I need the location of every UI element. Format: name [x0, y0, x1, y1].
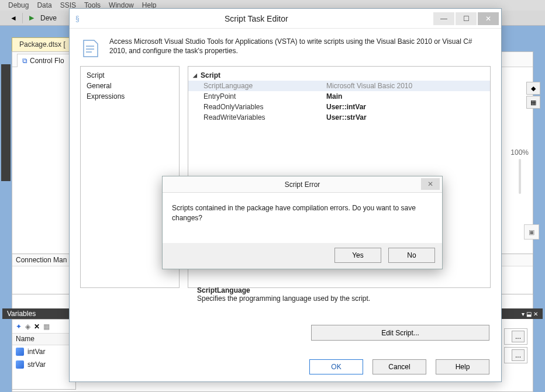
nav-item-general[interactable]: General — [87, 81, 173, 91]
fit-to-window-button[interactable]: ▣ — [524, 224, 539, 240]
error-close-button[interactable]: ✕ — [421, 178, 440, 190]
variables-title: Variables — [7, 310, 36, 318]
control-flow-tab[interactable]: ⧉ Control Flo — [17, 54, 70, 67]
error-title: Script Error — [285, 181, 320, 189]
error-titlebar[interactable]: Script Error ✕ — [163, 176, 442, 193]
add-variable-icon[interactable]: ✦ — [16, 322, 22, 331]
ellipsis-button[interactable]: ... — [512, 331, 525, 342]
variables-grid: ✦ ◈ ✕ ▦ Name intVar strVar — [12, 319, 76, 390]
variable-name: intVar — [27, 348, 45, 356]
delete-variable-icon[interactable]: ✕ — [34, 322, 40, 331]
error-button-row: Yes No — [163, 243, 442, 268]
minimize-button[interactable]: — — [433, 12, 454, 25]
pin-icon[interactable]: ▾ ⬓ ✕ — [522, 311, 538, 317]
document-tab-package[interactable]: Package.dtsx [ — [12, 37, 73, 53]
nav-item-script[interactable]: Script — [87, 70, 173, 81]
yes-button[interactable]: Yes — [334, 248, 381, 263]
toolbar-separator — [22, 13, 23, 23]
collapsed-side-tab[interactable] — [1, 64, 11, 181]
grid-options-icon[interactable]: ▦ — [43, 322, 50, 331]
variables-column-name[interactable]: Name — [12, 334, 75, 345]
variable-name: strVar — [27, 360, 46, 369]
cancel-button[interactable]: Cancel — [372, 359, 426, 374]
help-button[interactable]: Help — [436, 359, 489, 374]
prop-val[interactable]: Microsoft Visual Basic 2010 — [326, 82, 412, 90]
maximize-button[interactable]: ☐ — [456, 12, 477, 25]
script-icon — [80, 37, 101, 60]
menu-data[interactable]: Data — [37, 0, 51, 11]
property-ellipsis-row: ... — [504, 328, 527, 345]
script-error-dialog: Script Error ✕ Scripts contained in the … — [162, 176, 443, 269]
prop-val[interactable]: User::intVar — [326, 103, 366, 111]
editor-titlebar[interactable]: § Script Task Editor — ☐ ✕ — [70, 9, 501, 29]
property-ellipsis-row: ... — [504, 347, 527, 363]
zoom-track[interactable] — [519, 159, 521, 194]
variable-row[interactable]: intVar — [12, 345, 75, 358]
edit-script-button[interactable]: Edit Script... — [311, 325, 489, 341]
prop-val[interactable]: Main — [326, 92, 342, 100]
prop-key: EntryPoint — [203, 92, 326, 100]
property-section-header[interactable]: ◢ Script — [188, 70, 490, 81]
property-description-text: Specifies the programming language used … — [197, 294, 484, 303]
expand-icon[interactable]: ◢ — [193, 72, 197, 78]
close-button[interactable]: ✕ — [478, 12, 499, 25]
control-flow-icon: ⧉ — [22, 57, 27, 65]
start-debug-button[interactable]: ▶ — [26, 13, 37, 23]
prop-key: ReadWriteVariables — [203, 113, 326, 122]
editor-title: Script Task Editor — [80, 14, 433, 23]
zoom-slider[interactable]: 100% — [510, 148, 529, 196]
property-description-title: ScriptLanguage — [197, 286, 484, 294]
editor-button-row: OK Cancel Help — [70, 359, 501, 374]
property-row-readwritevariables[interactable]: ReadWriteVariables User::strVar — [188, 112, 490, 123]
ok-button[interactable]: OK — [309, 359, 363, 374]
editor-description: Access Microsoft Visual Studio Tools for… — [109, 37, 491, 60]
zoom-label: 100% — [510, 148, 529, 157]
menu-debug[interactable]: Debug — [8, 0, 29, 11]
toolbox-grid-button[interactable]: ▦ — [526, 96, 540, 109]
variable-icon — [16, 348, 24, 356]
control-flow-label: Control Flo — [30, 57, 64, 65]
property-row-entrypoint[interactable]: EntryPoint Main — [188, 91, 490, 102]
toolbox-eraser-button[interactable]: ◆ — [526, 82, 540, 95]
editor-description-row: Access Microsoft Visual Studio Tools for… — [70, 29, 501, 66]
error-message: Scripts contained in the package have co… — [163, 193, 442, 243]
back-button[interactable]: ◄ — [8, 13, 19, 23]
variable-row[interactable]: strVar — [12, 358, 75, 371]
script-task-icon: § — [75, 15, 80, 23]
variables-toolbar: ✦ ◈ ✕ ▦ — [12, 320, 75, 334]
prop-key: ScriptLanguage — [203, 82, 326, 90]
property-row-scriptlanguage[interactable]: ScriptLanguage Microsoft Visual Basic 20… — [188, 81, 490, 91]
move-variable-icon[interactable]: ◈ — [25, 322, 30, 331]
variable-icon — [16, 360, 24, 369]
section-label: Script — [201, 71, 220, 79]
property-row-readonlyvariables[interactable]: ReadOnlyVariables User::intVar — [188, 102, 490, 112]
build-config-text[interactable]: Deve — [40, 14, 57, 22]
right-toolbox: ◆ ▦ — [526, 82, 543, 109]
ellipsis-button[interactable]: ... — [512, 349, 525, 361]
nav-item-expressions[interactable]: Expressions — [87, 91, 173, 102]
no-button[interactable]: No — [388, 248, 435, 263]
property-description-pane: ScriptLanguage Specifies the programming… — [192, 283, 489, 318]
prop-key: ReadOnlyVariables — [203, 103, 326, 111]
prop-val[interactable]: User::strVar — [326, 113, 367, 122]
